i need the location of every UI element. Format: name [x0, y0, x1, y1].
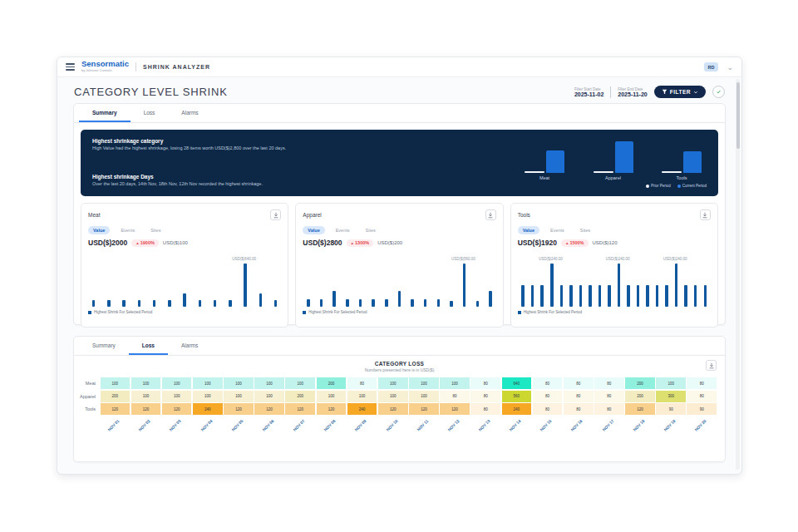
bar-column [213, 252, 217, 307]
loss-panel: Summary Loss Alarms CATEGORY LOSS Number… [73, 336, 726, 462]
up-arrow-icon: ▲ [565, 241, 569, 245]
heatmap-date-row: NOV 01NOV 02NOV 03NOV 04NOV 05NOV 06NOV … [77, 416, 717, 438]
bar-column [521, 252, 525, 307]
bar-column [91, 252, 96, 307]
summary-tabbar: Summary Loss Alarms [74, 104, 725, 123]
vertical-scrollbar[interactable] [736, 79, 740, 470]
value-bar [589, 285, 592, 307]
highest-shrinkage-category-block: Highest shrinkage category High Value ha… [92, 138, 520, 152]
hero-category-label: Apparel [605, 175, 621, 180]
card-tab-sites[interactable]: Sites [145, 226, 165, 234]
heatmap-cell: 100 [440, 377, 470, 389]
download-button[interactable] [270, 209, 281, 220]
loss-title: CATEGORY LOSS [74, 361, 725, 367]
card-tab-events[interactable]: Events [545, 226, 569, 234]
prior-period-bar [594, 171, 613, 173]
value-bar [531, 285, 534, 307]
filter-button[interactable]: FILTER [654, 86, 706, 98]
value-bar [398, 291, 401, 307]
tab-summary[interactable]: Summary [79, 104, 131, 122]
daily-shrink-bar-chart: USD($)640.00 [88, 252, 281, 307]
legend-label: Current Period [682, 184, 707, 188]
heatmap-cell: 80 [687, 377, 717, 389]
tab-loss[interactable]: Loss [131, 104, 169, 122]
card-tab-events[interactable]: Events [331, 226, 355, 234]
value-bar [684, 285, 687, 307]
heatmap-cell: 120 [254, 403, 284, 415]
value-bar [694, 285, 697, 307]
value-bar [153, 300, 156, 307]
heatmap-cell: 80 [533, 377, 563, 389]
card-tab-value[interactable]: Value [88, 226, 110, 234]
heatmap-cell: 80 [347, 377, 377, 389]
heatmap-cell: 100 [409, 377, 439, 389]
bar-column: USD($)240.00 [617, 252, 621, 307]
heatmap-cell: 200 [625, 377, 655, 389]
chevron-down-icon[interactable]: ⌄ [727, 65, 733, 70]
bar-column [684, 252, 688, 307]
download-icon [487, 212, 494, 219]
filter-end-value: 2025-11-20 [618, 91, 647, 97]
heatmap-cell: 80 [687, 391, 717, 402]
value-bar [183, 293, 186, 307]
menu-icon[interactable] [66, 63, 75, 71]
heatmap-cell: 120 [285, 403, 315, 415]
value-bar [637, 285, 640, 307]
heatmap-cell: 120 [131, 403, 161, 415]
top-navigation-bar: Sensormatic by Johnson Controls SHRINK A… [57, 57, 741, 77]
download-button[interactable] [700, 209, 711, 220]
filter-end-date: Filter End Date 2025-11-20 [618, 87, 647, 97]
hero-chart-group: Meat [525, 150, 564, 180]
heatmap-row-label: Tools [77, 403, 99, 415]
period-comparison-chart: MeatApparelTools [520, 138, 707, 180]
card-tab-value[interactable]: Value [303, 226, 324, 234]
value-bar [359, 299, 362, 307]
heatmap-cell: 100 [254, 391, 284, 402]
heatmap-cell: 100 [131, 391, 161, 402]
user-badge[interactable]: RD [704, 62, 719, 71]
heatmap-date-label: NOV 15 [533, 416, 563, 438]
heatmap-cell: 120 [224, 403, 254, 415]
filter-controls: Filter Start Date 2025-11-02 Filter End … [574, 86, 725, 98]
heatmap-date-label: NOV 14 [502, 416, 532, 438]
heatmap-cell: 100 [162, 377, 192, 389]
download-button[interactable] [706, 360, 717, 371]
legend-item: Current Period [677, 184, 707, 188]
bar-column [319, 252, 323, 307]
tab-loss[interactable]: Loss [129, 337, 168, 355]
heatmap-date-label: NOV 06 [254, 416, 284, 438]
heatmap-cell: 120 [317, 403, 347, 415]
card-tab-events[interactable]: Events [116, 226, 140, 234]
chart-caption: Highest Shrink For Selected Period [303, 310, 495, 314]
heatmap-cell: 120 [440, 403, 470, 415]
download-button[interactable] [485, 209, 496, 220]
tab-alarms[interactable]: Alarms [168, 337, 211, 355]
card-tab-sites[interactable]: Sites [361, 226, 381, 234]
heatmap-date-label: NOV 17 [594, 416, 624, 438]
tab-alarms[interactable]: Alarms [168, 104, 211, 122]
divider [135, 62, 136, 71]
heatmap-date-label: NOV 01 [101, 416, 131, 438]
bar-column [106, 252, 111, 307]
bar-column [489, 252, 493, 307]
heatmap-cell: 560 [502, 391, 532, 402]
tab-summary[interactable]: Summary [79, 337, 129, 355]
card-tab-value[interactable]: Value [518, 226, 539, 234]
reset-filter-button[interactable] [712, 86, 725, 98]
filter-start-label: Filter Start Date [574, 87, 603, 91]
bar-column [345, 252, 349, 307]
heatmap-cell: 300 [656, 391, 686, 402]
value-bar [320, 299, 323, 307]
value-bar [214, 300, 217, 307]
value-bar [489, 291, 492, 307]
card-tab-sites[interactable]: Sites [575, 226, 595, 234]
current-value: USD($)2800 [303, 239, 342, 247]
card-title: Apparel [303, 212, 321, 218]
scrollbar-thumb[interactable] [736, 82, 740, 149]
bar-value-label: USD($)560.00 [451, 257, 475, 261]
bar-column: USD($)240.00 [674, 252, 678, 307]
value-bar [107, 300, 111, 307]
brand-name: Sensormatic [81, 59, 129, 68]
heatmap-cell: 100 [193, 391, 223, 402]
value-bar [560, 285, 564, 307]
